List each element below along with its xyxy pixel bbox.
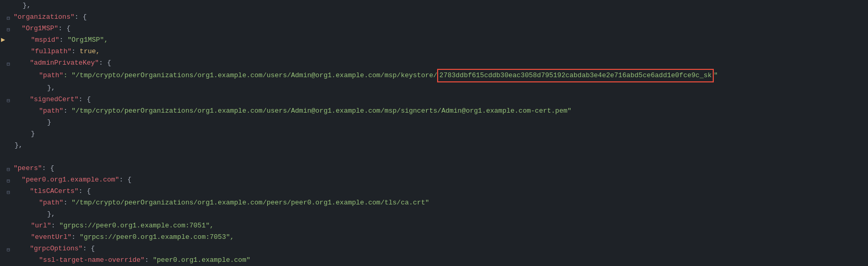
- indent: [15, 209, 31, 220]
- json-key: "adminPrivateKey": [30, 57, 99, 69]
- indent: [15, 220, 31, 232]
- indent: [15, 82, 31, 94]
- gutter-space: [4, 105, 15, 117]
- code-line: "path": "/tmp/crypto/peerOrganizations/o…: [0, 197, 868, 209]
- indent: [15, 117, 31, 128]
- punctuation: : {: [119, 174, 131, 186]
- code-line: ⊟ "adminPrivateKey": {: [0, 57, 868, 69]
- json-path-highlight: 2783ddbf615cddb30eac3058d795192cabdab3e4…: [439, 71, 712, 79]
- code-line: ⊟ "peer0.org1.example.com": {: [0, 174, 868, 186]
- code-line: },: [0, 0, 868, 11]
- json-string-value: "peer0.org1.example.com": [153, 255, 250, 266]
- indent: [15, 255, 39, 266]
- code-line: "url": "grpcs://peer0.org1.example.com:7…: [0, 220, 868, 232]
- indent: [15, 128, 23, 140]
- indent: [14, 243, 30, 255]
- arrow-indicator: ▶: [1, 34, 5, 46]
- collapse-icon[interactable]: ⊟: [4, 245, 13, 253]
- gutter-space: [4, 117, 15, 128]
- json-bool-value: true,: [80, 46, 100, 57]
- indent: [14, 186, 30, 197]
- gutter-space: [4, 197, 15, 209]
- json-string-value: "grpcs://peer0.org1.example.com:7051",: [59, 220, 214, 232]
- gutter-space: [4, 140, 15, 151]
- highlighted-path-segment: 2783ddbf615cddb30eac3058d795192cabdab3e4…: [437, 69, 714, 82]
- json-string-value: "Org1MSP",: [67, 34, 108, 46]
- gutter-space: [4, 0, 15, 11]
- code-line: ⊟ "Org1MSP": {: [0, 23, 868, 34]
- json-key: "tlsCACerts": [30, 186, 79, 197]
- gutter-space: [4, 209, 15, 220]
- json-key: "path": [39, 197, 64, 209]
- gutter-space: [4, 82, 15, 94]
- gutter-space: [4, 128, 15, 140]
- punctuation: :: [64, 105, 72, 117]
- punctuation: : {: [42, 163, 54, 174]
- code-line: },: [0, 209, 868, 220]
- collapse-icon[interactable]: ⊟: [4, 164, 13, 173]
- punctuation: :: [71, 232, 80, 243]
- code-line: "fullpath": true,: [0, 46, 868, 57]
- code-line: },: [0, 140, 868, 151]
- code-line: ⊟ "grpcOptions": {: [0, 243, 868, 255]
- plain-content: },: [15, 140, 23, 151]
- json-path-suffix: ": [714, 70, 718, 81]
- indent: [15, 232, 31, 243]
- code-line: ⊟"peers": {: [0, 163, 868, 174]
- indent: [14, 94, 30, 105]
- gutter-space: [4, 70, 15, 81]
- code-line: ⊟ "tlsCACerts": {: [0, 186, 868, 197]
- gutter-space: [4, 220, 15, 232]
- punctuation: : {: [83, 243, 95, 255]
- json-string-value: "/tmp/crypto/peerOrganizations/org1.exam…: [71, 197, 429, 209]
- json-key: "grpcOptions": [30, 243, 82, 255]
- indent: [15, 70, 39, 81]
- code-line: "eventUrl": "grpcs://peer0.org1.example.…: [0, 232, 868, 243]
- gutter-space: [4, 46, 15, 57]
- gutter-space: [4, 151, 15, 163]
- indent: [14, 23, 22, 34]
- punctuation: : {: [79, 186, 91, 197]
- json-key: "peer0.org1.example.com": [22, 174, 119, 186]
- punctuation: :: [64, 197, 72, 209]
- json-key: "eventUrl": [31, 232, 71, 243]
- json-key: "Org1MSP": [22, 23, 58, 34]
- code-line: }: [0, 117, 868, 128]
- json-key: "url": [31, 220, 51, 232]
- json-key: "ssl-target-name-override": [39, 255, 145, 266]
- json-string-value: "/tmp/crypto/peerOrganizations/org1.exam…: [71, 105, 572, 117]
- json-string-value: "grpcs://peer0.org1.example.com:7053",: [80, 232, 234, 243]
- code-line: },: [0, 82, 868, 94]
- code-line: ▶ "mspid": "Org1MSP",: [0, 34, 868, 46]
- code-line: "path": "/tmp/crypto/peerOrganizations/o…: [0, 69, 868, 82]
- indent: [15, 46, 31, 57]
- collapse-icon[interactable]: ⊟: [4, 187, 13, 196]
- plain-content: },: [31, 82, 55, 94]
- json-key: "peers": [14, 163, 42, 174]
- punctuation: :: [71, 46, 80, 57]
- punctuation: : {: [79, 94, 91, 105]
- json-key: "fullpath": [31, 46, 71, 57]
- gutter-space: [4, 255, 15, 266]
- punctuation: :: [51, 220, 59, 232]
- json-path-prefix: : "/tmp/crypto/peerOrganizations/org1.ex…: [64, 70, 438, 81]
- code-line: }: [0, 128, 868, 140]
- json-key: "path": [39, 105, 64, 117]
- punctuation: :: [59, 34, 68, 46]
- indent: [14, 174, 22, 186]
- collapse-icon[interactable]: ⊟: [4, 13, 13, 21]
- gutter-space: [4, 34, 15, 46]
- code-line: ⊟ "signedCert": {: [0, 94, 868, 105]
- punctuation: : {: [75, 11, 86, 23]
- collapse-icon[interactable]: ⊟: [4, 176, 13, 184]
- json-key: "mspid": [31, 34, 59, 46]
- collapse-icon[interactable]: ⊟: [4, 25, 13, 33]
- plain-content: }: [23, 128, 35, 140]
- collapse-icon[interactable]: ⊟: [4, 59, 13, 67]
- code-line: ⊟"organizations": {: [0, 11, 868, 23]
- code-line: "path": "/tmp/crypto/peerOrganizations/o…: [0, 105, 868, 117]
- collapse-icon[interactable]: ⊟: [4, 95, 13, 104]
- code-line: [0, 151, 868, 163]
- gutter-space: [4, 232, 15, 243]
- code-line: "ssl-target-name-override": "peer0.org1.…: [0, 255, 868, 266]
